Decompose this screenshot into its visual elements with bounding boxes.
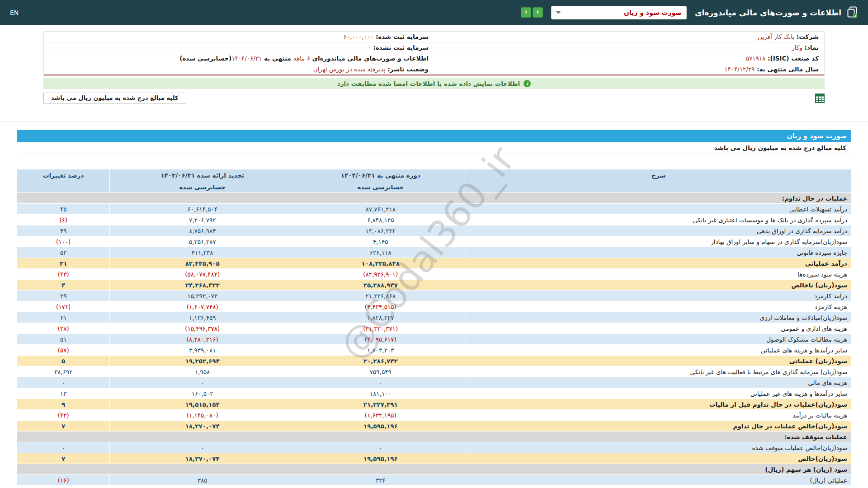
row-current-value: ۱۹,۵۹۵,۱۹۶ xyxy=(295,453,466,464)
row-label: درآمد کارمزد xyxy=(466,291,851,301)
section-label: سود (زیان) هر سهم (ریال) xyxy=(17,464,851,474)
row-change-value: ۵۲ xyxy=(17,247,109,258)
row-current-value: (۴,۰۹۵,۶۱۷) xyxy=(295,334,466,344)
row-current-value: ۲۰,۲۸۶,۷۴۲ xyxy=(295,356,466,366)
company-info-cell: نماد: وکار xyxy=(434,42,824,53)
row-change-value: (۱۰۰) xyxy=(17,236,109,247)
row-change-value: ۷ xyxy=(17,421,109,431)
row-label: هزینه های اداری و عمومی xyxy=(466,323,851,333)
row-label: سود(زیان) سرمایه گذاری های مرتبط با فعال… xyxy=(466,366,851,377)
row-change-value: ۱۳ xyxy=(17,388,109,399)
row-current-value: (۸۲,۹۳۶,۹۰۱) xyxy=(295,269,466,279)
col-header-change-percent: درصد تغییرات xyxy=(17,169,109,192)
row-label: سود(زیان) عملیاتی xyxy=(466,356,851,366)
statement-section: صورت سود و زیان کلیه مبالغ درج شده به می… xyxy=(17,130,851,488)
statement-section-row: سود (زیان) هر سهم (ریال) xyxy=(17,464,851,474)
units-row: کلیه مبالغ درج شده به میلیون ریال می باش… xyxy=(43,93,825,103)
row-prior-value: ۰ xyxy=(110,486,295,488)
row-current-value: ۳۲۴ xyxy=(295,475,466,485)
nav-back-button[interactable]: ‹ xyxy=(521,7,531,18)
row-prior-value: ۳۸۵ xyxy=(110,475,295,485)
row-current-value: ۲۱,۲۲۶,۸۶۸ xyxy=(295,291,466,301)
language-toggle-en[interactable]: EN xyxy=(10,9,19,16)
row-prior-value: ۱۶۰,۵۰۲ xyxy=(110,388,295,399)
row-label: هزینه کارمزد xyxy=(466,301,851,312)
row-current-value: ۲۱,۲۲۷,۳۹۱ xyxy=(295,399,466,409)
report-type-select[interactable]: صورت سود و زیان xyxy=(551,6,687,19)
row-change-value: ۷ xyxy=(17,453,109,464)
statement-data-row: سود(زیان)مبادلات و معاملات ارزی۱,۸۲۸,۲۲۷… xyxy=(17,312,851,323)
statement-title-bar: صورت سود و زیان xyxy=(17,130,851,142)
statement-data-row: سود(زیان)خالص عملیات در حال تداوم۱۹,۵۹۵,… xyxy=(17,421,851,431)
row-change-value: ۴ xyxy=(17,280,109,290)
row-label: هزینه های مالی xyxy=(466,377,851,388)
statement-data-row: سود(زیان) عملیاتی۲۰,۲۸۶,۷۴۲۱۹,۳۵۲,۶۹۴۵ xyxy=(17,356,851,366)
statement-data-row: هزینه مالیات بر درآمد(۱,۶۳۲,۱۹۵)(۱,۱۴۵,۰… xyxy=(17,410,851,420)
row-change-value: ۳۸,۶۹۲ xyxy=(17,366,109,377)
row-current-value: ۲۵,۳۸۸,۹۴۷ xyxy=(295,280,466,290)
row-current-value: ۶,۸۴۸,۱۳۵ xyxy=(295,215,466,225)
row-current-value: ۱۹,۵۹۵,۱۹۶ xyxy=(295,421,466,431)
row-prior-value: ۸۲,۴۴۵,۹۰۵ xyxy=(110,258,295,268)
row-label: سود(زیان)عملیات در حال تداوم قبل از مالی… xyxy=(466,399,851,409)
row-label: درآمد سرمایه گذاری در اوراق بدهی xyxy=(466,225,851,236)
row-current-value: (۴,۴۳۴,۵۱۵) xyxy=(295,301,466,312)
row-label: درآمد سپرده گذاری در بانک ها و موسسات اع… xyxy=(466,215,851,225)
row-change-value: (۶) xyxy=(17,215,109,225)
statement-data-row: سود(زیان)خالص عملیات متوقف شده۰۰۰ xyxy=(17,442,851,453)
row-current-value: (۱,۶۳۲,۱۹۵) xyxy=(295,410,466,420)
row-prior-value: ۶۰,۶۱۴,۵۰۴ xyxy=(110,204,295,214)
signature-match-notice: i اطلاعات نمایش داده شده با اطلاعات امضا… xyxy=(43,78,825,89)
row-prior-value: ۴۱۱,۲۳۸ xyxy=(110,247,295,258)
excel-export-icon[interactable] xyxy=(815,94,825,103)
row-prior-value: ۰ xyxy=(110,442,295,453)
row-change-value: ۵ xyxy=(17,356,109,366)
row-label: سود(زیان)سرمایه گذاری در سهام و سایر اور… xyxy=(466,236,851,247)
statement-data-row: درآمد عملیاتی۱۰۸,۳۲۵,۸۴۸۸۲,۴۴۵,۹۰۵۳۱ xyxy=(17,258,851,268)
company-info-cell: شرکت: بانک کار آفرین xyxy=(434,32,824,42)
row-label: عملیاتی (ریال) xyxy=(466,475,851,485)
row-change-value: ۳۱ xyxy=(17,258,109,268)
row-prior-value: ۱۵,۲۹۳,۰۷۳ xyxy=(110,291,295,301)
statement-data-row: هزینه کارمزد(۴,۴۳۴,۵۱۵)(۱,۶۰۷,۷۴۸)(۱۷۶) xyxy=(17,301,851,312)
row-change-value: ۰ xyxy=(17,442,109,453)
col-header-current-period: دوره منتهی به ۱۴۰۴/۰۶/۳۱ xyxy=(295,169,466,181)
chevron-down-icon xyxy=(556,11,561,14)
row-change-value: (۵۷) xyxy=(17,345,109,355)
statement-data-row: عملیاتی (ریال)۳۲۴۳۸۵(۱۶) xyxy=(17,475,851,485)
company-info-row: کد صنعت (ISIC): ۵۷۱۹۱۸اطلاعات و صورت‌های… xyxy=(44,53,824,64)
row-label: سایر درآمدها و هزینه های عملیاتی xyxy=(466,345,851,355)
col-header-description: شرح xyxy=(466,169,851,192)
page-title: اطلاعات و صورت‌های مالی میاندوره‌ای xyxy=(695,8,841,17)
col-subheader-prior-audited: حسابرسی شده xyxy=(110,181,295,192)
row-current-value: ۶۲۶,۱۱۸ xyxy=(295,247,466,258)
row-label: سود(زیان)خالص عملیات در حال تداوم xyxy=(466,421,851,431)
units-note-box: کلیه مبالغ درج شده به میلیون ریال می باش… xyxy=(43,93,186,103)
row-change-value: (۱۶) xyxy=(17,475,109,485)
row-prior-value: ۱,۹۵۸ xyxy=(110,366,295,377)
statement-data-row: جایزه سپرده قانونی۶۲۶,۱۱۸۴۱۱,۲۳۸۵۲ xyxy=(17,247,851,258)
row-prior-value: ۲۴,۳۶۸,۴۲۳ xyxy=(110,280,295,290)
row-label: هزینه مالیات بر درآمد xyxy=(466,410,851,420)
statement-data-row: هزینه های اداری و عمومی(۲۱,۳۳۰,۳۷۱)(۱۵,۴… xyxy=(17,323,851,333)
info-icon: i xyxy=(524,80,531,87)
row-prior-value: ۱۹,۳۵۲,۶۹۴ xyxy=(110,356,295,366)
row-change-value: ۵۱ xyxy=(17,334,109,344)
row-prior-value: ۳,۹۳۹,۰۸۱ xyxy=(110,345,295,355)
row-prior-value: (۱,۶۰۷,۷۴۸) xyxy=(110,301,295,312)
row-change-value: (۳۸) xyxy=(17,323,109,333)
statement-table-body: عملیات در حال تداوم:درآمد تسهیلات اعطایی… xyxy=(17,193,851,488)
row-prior-value: ۵,۳۵۶,۳۸۷ xyxy=(110,236,295,247)
section-label: عملیات متوقف شده: xyxy=(17,432,851,442)
company-info-row: سال مالی منتهی به: ۱۴۰۴/۱۲/۲۹وضعیت ناشر:… xyxy=(44,64,824,75)
row-change-value: ۴۹ xyxy=(17,225,109,236)
statement-data-row: سایر درآمدها و هزینه های غیر عملیاتی۱۸۱,… xyxy=(17,388,851,399)
row-prior-value: ۱,۱۳۶,۴۵۹ xyxy=(110,312,295,323)
nav-forward-button[interactable]: › xyxy=(533,7,543,18)
row-label: سود(زیان) ناخالص xyxy=(466,280,851,290)
statement-data-row: هزینه سود سپرده‌ها(۸۲,۹۳۶,۹۰۱)(۵۸,۰۷۷,۴۸… xyxy=(17,269,851,279)
row-change-value: (۴۳) xyxy=(17,269,109,279)
row-change-value: ۶۱ xyxy=(17,312,109,323)
report-document-icon[interactable] xyxy=(847,6,858,19)
row-prior-value: ۱۹,۵۱۵,۱۵۴ xyxy=(110,399,295,409)
